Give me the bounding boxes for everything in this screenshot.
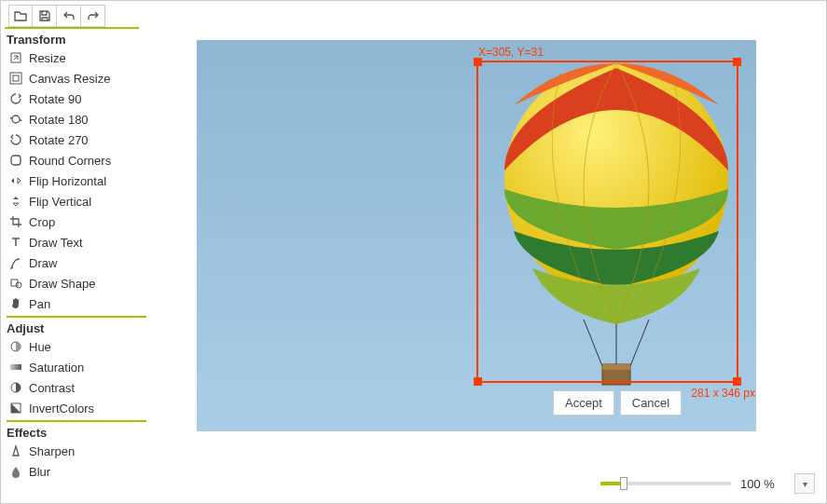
draw-icon bbox=[8, 255, 23, 270]
canvas-area: X=305, Y=31 281 x 346 px Accept Cancel 1… bbox=[150, 29, 826, 503]
redo-icon bbox=[86, 8, 101, 23]
tool-label: Canvas Resize bbox=[29, 72, 110, 86]
tool-label: Contrast bbox=[29, 381, 75, 395]
section-title-adjust: Adjust bbox=[7, 320, 146, 336]
zoom-slider[interactable] bbox=[600, 482, 731, 485]
section-title-effects: Effects bbox=[7, 424, 146, 441]
crop-icon bbox=[8, 214, 23, 229]
crop-coords-label: X=305, Y=31 bbox=[478, 46, 544, 59]
cancel-button[interactable]: Cancel bbox=[620, 390, 682, 415]
tool-label: Rotate 180 bbox=[29, 113, 89, 127]
tool-rotate-180[interactable]: Rotate 180 bbox=[7, 109, 146, 129]
tool-label: Saturation bbox=[29, 361, 84, 375]
tool-label: Crop bbox=[29, 215, 55, 229]
open-button[interactable] bbox=[8, 5, 33, 27]
tool-draw-text[interactable]: Draw Text bbox=[7, 232, 146, 252]
redo-button[interactable] bbox=[81, 5, 105, 27]
round-corners-icon bbox=[8, 153, 23, 168]
undo-icon bbox=[62, 8, 76, 23]
draw-shape-icon bbox=[8, 276, 23, 291]
tool-blur[interactable]: Blur bbox=[7, 461, 146, 482]
tool-label: Draw Shape bbox=[29, 277, 96, 291]
resize-icon bbox=[8, 50, 23, 65]
zoom-value: 100 % bbox=[740, 477, 785, 491]
svg-rect-7 bbox=[10, 364, 21, 370]
svg-rect-2 bbox=[13, 75, 19, 81]
svg-point-5 bbox=[16, 282, 21, 288]
tool-crop[interactable]: Crop bbox=[7, 211, 146, 232]
tool-label: Round Corners bbox=[29, 154, 111, 168]
accept-button[interactable]: Accept bbox=[553, 390, 614, 415]
open-icon bbox=[13, 8, 28, 23]
crop-handle-bl[interactable] bbox=[474, 377, 482, 386]
zoom-dropdown[interactable]: ▾ bbox=[794, 473, 815, 494]
blur-icon bbox=[8, 464, 23, 479]
undo-button[interactable] bbox=[57, 5, 81, 27]
contrast-icon bbox=[8, 380, 23, 395]
tool-label: Flip Vertical bbox=[29, 195, 91, 209]
rotate-270-icon bbox=[8, 132, 23, 147]
rotate-90-icon bbox=[8, 91, 23, 106]
crop-handle-tl[interactable] bbox=[474, 58, 482, 66]
image-canvas[interactable]: X=305, Y=31 281 x 346 px Accept Cancel bbox=[197, 40, 756, 431]
tool-label: Rotate 270 bbox=[29, 133, 89, 147]
tool-pan[interactable]: Pan bbox=[7, 293, 146, 314]
save-icon bbox=[37, 8, 52, 23]
tool-flip-horizontal[interactable]: Flip Horizontal bbox=[7, 170, 146, 191]
canvas-resize-icon bbox=[8, 71, 23, 86]
tool-label: Resize bbox=[29, 51, 66, 65]
crop-handle-br[interactable] bbox=[733, 377, 741, 386]
tool-round-corners[interactable]: Round Corners bbox=[7, 150, 146, 170]
tool-draw[interactable]: Draw bbox=[7, 252, 146, 273]
pan-icon bbox=[8, 296, 23, 311]
hue-icon bbox=[8, 339, 23, 354]
save-button[interactable] bbox=[33, 5, 57, 27]
tool-invert-colors[interactable]: InvertColors bbox=[7, 398, 146, 418]
tool-rotate-270[interactable]: Rotate 270 bbox=[7, 129, 146, 150]
tool-label: Flip Horizontal bbox=[29, 174, 106, 188]
tool-canvas-resize[interactable]: Canvas Resize bbox=[7, 68, 146, 89]
tool-rotate-90[interactable]: Rotate 90 bbox=[7, 89, 146, 109]
sidebar: Transform Resize Canvas Resize Rotate 90… bbox=[1, 29, 150, 503]
tool-resize[interactable]: Resize bbox=[7, 48, 146, 68]
crop-handle-tr[interactable] bbox=[733, 58, 741, 66]
svg-rect-3 bbox=[11, 156, 21, 165]
tool-label: Hue bbox=[29, 340, 51, 354]
sharpen-icon bbox=[8, 443, 23, 458]
rotate-180-icon bbox=[8, 112, 23, 127]
zoom-slider-thumb[interactable] bbox=[620, 477, 627, 490]
tool-draw-shape[interactable]: Draw Shape bbox=[7, 273, 146, 293]
section-title-transform: Transform bbox=[7, 31, 146, 48]
tool-label: Blur bbox=[29, 465, 50, 479]
svg-rect-1 bbox=[10, 73, 21, 84]
top-toolbar bbox=[5, 1, 139, 29]
tool-contrast[interactable]: Contrast bbox=[7, 377, 146, 398]
zoom-bar: 100 % ▾ bbox=[600, 473, 815, 494]
tool-label: Draw bbox=[29, 256, 57, 270]
tool-label: Sharpen bbox=[29, 444, 75, 458]
saturation-icon bbox=[8, 360, 23, 375]
flip-horizontal-icon bbox=[8, 173, 23, 188]
tool-saturation[interactable]: Saturation bbox=[7, 357, 146, 377]
tool-flip-vertical[interactable]: Flip Vertical bbox=[7, 191, 146, 211]
crop-selection[interactable]: X=305, Y=31 281 x 346 px Accept Cancel bbox=[476, 61, 738, 383]
tool-label: InvertColors bbox=[29, 402, 94, 415]
flip-vertical-icon bbox=[8, 194, 23, 209]
tool-sharpen[interactable]: Sharpen bbox=[7, 441, 146, 461]
invert-icon bbox=[8, 401, 23, 415]
tool-hue[interactable]: Hue bbox=[7, 336, 146, 357]
draw-text-icon bbox=[8, 235, 23, 250]
tool-label: Draw Text bbox=[29, 236, 83, 250]
crop-size-label: 281 x 346 px bbox=[691, 387, 755, 400]
tool-label: Rotate 90 bbox=[29, 92, 81, 106]
tool-label: Pan bbox=[29, 297, 50, 311]
